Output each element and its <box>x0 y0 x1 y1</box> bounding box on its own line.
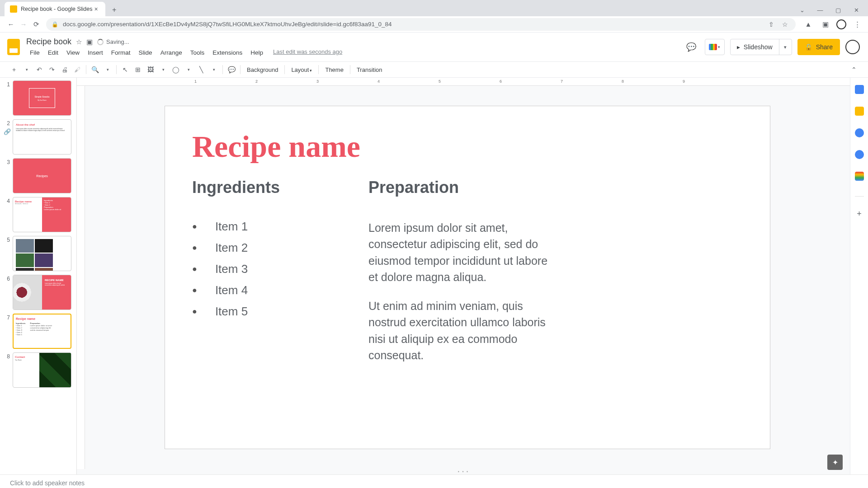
menu-view[interactable]: View <box>63 48 83 57</box>
doc-title[interactable]: Recipe book <box>26 37 71 47</box>
theme-button[interactable]: Theme <box>321 66 347 73</box>
chevron-down-icon[interactable]: ⌄ <box>794 4 810 16</box>
textbox-tool[interactable]: ⊞ <box>132 64 144 75</box>
menu-extensions[interactable]: Extensions <box>209 48 246 57</box>
maximize-icon[interactable]: ▢ <box>830 4 846 16</box>
last-edit-link[interactable]: Last edit was seconds ago <box>273 48 342 57</box>
address-bar[interactable]: 🔒 docs.google.com/presentation/d/1XEcBe1… <box>46 18 796 31</box>
shape-dropdown[interactable]: ▾ <box>183 64 194 75</box>
image-dropdown[interactable]: ▾ <box>157 64 169 75</box>
collapse-toolbar-icon[interactable]: ⌃ <box>848 64 860 75</box>
profile-avatar[interactable] <box>836 19 846 29</box>
menu-file[interactable]: File <box>26 48 43 57</box>
zoom-button[interactable]: 🔍 <box>89 64 101 75</box>
bookmark-icon[interactable]: ☆ <box>779 19 790 30</box>
paint-format-button[interactable]: 🖌 <box>71 64 83 75</box>
list-item[interactable]: Item 3 <box>192 262 355 276</box>
account-avatar[interactable] <box>845 40 860 54</box>
browser-menu-icon[interactable]: ⋮ <box>851 18 863 31</box>
slide-title[interactable]: Recipe name <box>192 129 743 164</box>
side-panel: + <box>850 78 868 474</box>
new-tab-button[interactable]: + <box>108 4 121 16</box>
ingredients-list[interactable]: Item 1 Item 2 Item 3 Item 4 Item 5 <box>192 220 355 319</box>
share-button[interactable]: 🔒 Share <box>797 39 840 55</box>
browser-tab[interactable]: Recipe book - Google Slides × <box>5 2 105 16</box>
explore-button[interactable]: ✦ <box>827 455 843 470</box>
menu-tools[interactable]: Tools <box>187 48 208 57</box>
slide-canvas[interactable]: Recipe name Ingredients Item 1 Item 2 It… <box>85 86 850 469</box>
tab-title: Recipe book - Google Slides <box>21 6 92 12</box>
comment-tool[interactable]: 💬 <box>226 64 237 75</box>
add-addon-icon[interactable]: + <box>855 209 864 218</box>
slideshow-dropdown[interactable]: ▾ <box>779 39 792 55</box>
preparation-text-1[interactable]: Lorem ipsum dolor sit amet, consectetur … <box>368 220 549 285</box>
contacts-icon[interactable] <box>855 150 864 159</box>
move-icon[interactable]: ▣ <box>86 38 93 46</box>
menu-format[interactable]: Format <box>108 48 134 57</box>
filmstrip[interactable]: 🔗 1Simple SnacksBy Your Name 2About the … <box>0 78 77 474</box>
tasks-icon[interactable] <box>855 128 864 137</box>
lock-icon: 🔒 <box>52 21 58 28</box>
redo-button[interactable]: ↷ <box>46 64 58 75</box>
slide-thumb-4[interactable]: Recipe name30 minutes · Serves 4Ingredie… <box>13 197 71 232</box>
preparation-heading[interactable]: Preparation <box>368 178 549 197</box>
maps-icon[interactable] <box>855 172 864 181</box>
comments-button[interactable]: 💬 <box>683 39 699 55</box>
slide-thumb-7[interactable]: Recipe nameIngredients• Item 1• Item 2• … <box>13 314 71 349</box>
slideshow-button[interactable]: ▸ Slideshow <box>731 39 779 55</box>
calendar-icon[interactable] <box>855 85 864 94</box>
keep-icon[interactable] <box>855 107 864 116</box>
close-tab-icon[interactable]: × <box>92 5 99 13</box>
new-slide-button[interactable]: + <box>8 64 20 75</box>
spinner-icon <box>97 39 104 45</box>
list-item[interactable]: Item 4 <box>192 283 355 297</box>
slides-logo[interactable] <box>5 38 23 56</box>
shape-tool[interactable]: ◯ <box>170 64 182 75</box>
line-tool[interactable]: ╲ <box>195 64 207 75</box>
slides-favicon <box>10 5 17 13</box>
list-item[interactable]: Item 1 <box>192 220 355 234</box>
slide-thumb-1[interactable]: Simple SnacksBy Your Name <box>13 80 71 116</box>
background-button[interactable]: Background <box>243 66 282 73</box>
extensions-icon[interactable]: ▲ <box>802 18 815 31</box>
menu-insert[interactable]: Insert <box>84 48 107 57</box>
slide-thumb-6[interactable]: RECIPE NAMELorem ipsum dolor sit amet co… <box>13 275 71 310</box>
notes-drag-handle[interactable]: • • • <box>77 469 850 474</box>
close-window-icon[interactable]: ✕ <box>848 4 864 16</box>
slide-thumb-5[interactable] <box>13 236 71 271</box>
slide-thumb-8[interactable]: ContactYour Name <box>13 352 71 388</box>
vertical-ruler <box>77 86 85 469</box>
speaker-notes[interactable]: Click to add speaker notes <box>0 474 868 488</box>
url-text: docs.google.com/presentation/d/1XEcBe1Dv… <box>63 21 392 28</box>
attachment-icon: 🔗 <box>4 128 11 135</box>
menu-edit[interactable]: Edit <box>44 48 62 57</box>
back-button[interactable]: ← <box>5 18 17 31</box>
list-item[interactable]: Item 2 <box>192 241 355 255</box>
slide-thumb-3[interactable]: Recipes <box>13 158 71 193</box>
list-item[interactable]: Item 5 <box>192 305 355 319</box>
side-panel-icon[interactable]: ▣ <box>819 18 832 31</box>
meet-button[interactable]: ▾ <box>705 39 725 55</box>
transition-button[interactable]: Transition <box>353 66 386 73</box>
preparation-text-2[interactable]: Ut enim ad minim veniam, quis nostrud ex… <box>368 298 549 363</box>
undo-button[interactable]: ↶ <box>33 64 45 75</box>
zoom-dropdown[interactable]: ▾ <box>102 64 113 75</box>
image-tool[interactable]: 🖼 <box>145 64 156 75</box>
current-slide[interactable]: Recipe name Ingredients Item 1 Item 2 It… <box>165 106 770 449</box>
layout-button[interactable]: Layout▾ <box>288 66 316 73</box>
reload-button[interactable]: ⟳ <box>30 18 42 31</box>
slide-thumb-2[interactable]: About the chefLorem ipsum dolor sit amet… <box>13 119 71 155</box>
menu-slide[interactable]: Slide <box>135 48 156 57</box>
menu-arrange[interactable]: Arrange <box>157 48 186 57</box>
print-button[interactable]: 🖨 <box>59 64 71 75</box>
line-dropdown[interactable]: ▾ <box>208 64 220 75</box>
select-tool[interactable]: ↖ <box>119 64 131 75</box>
share-page-icon[interactable]: ⇧ <box>766 19 777 30</box>
play-icon: ▸ <box>737 43 740 51</box>
ingredients-heading[interactable]: Ingredients <box>192 178 355 197</box>
menu-help[interactable]: Help <box>247 48 267 57</box>
new-slide-dropdown[interactable]: ▾ <box>21 64 33 75</box>
minimize-icon[interactable]: — <box>812 4 828 16</box>
lock-icon: 🔒 <box>805 43 812 51</box>
star-icon[interactable]: ☆ <box>76 38 82 46</box>
